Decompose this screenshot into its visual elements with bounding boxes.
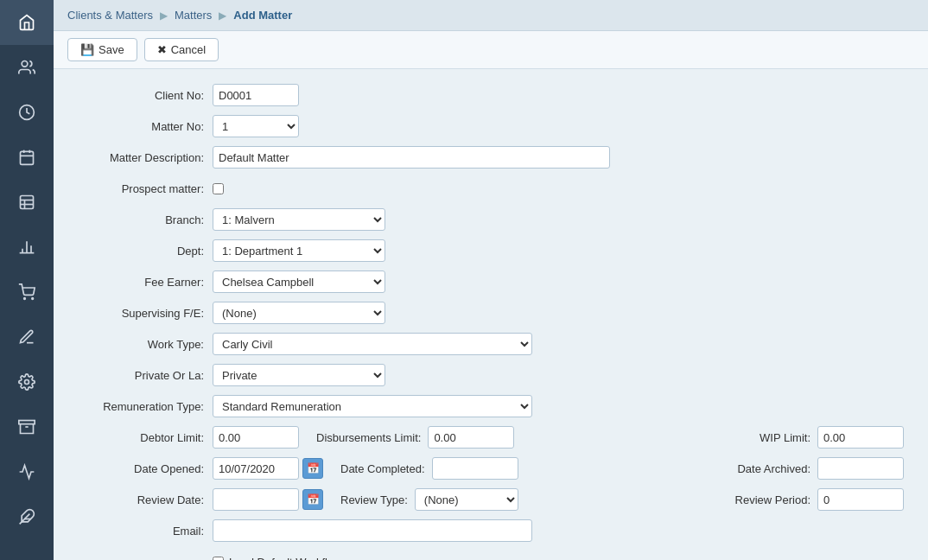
email-row: Email:	[74, 519, 907, 543]
private-or-la-select[interactable]: Private Legal Aid	[213, 364, 385, 386]
sidebar-item-calendar[interactable]	[0, 135, 54, 180]
client-no-row: Client No:	[74, 83, 907, 107]
sidebar-item-cart[interactable]	[0, 270, 54, 315]
load-workflow-row: Load Default Workflow	[74, 550, 907, 560]
client-no-input[interactable]	[213, 84, 299, 106]
load-workflow-checkbox[interactable]	[213, 557, 224, 561]
form-area: Client No: Matter No: 1 Matter Descripti…	[54, 69, 928, 560]
prospect-matter-row: Prospect matter:	[74, 176, 907, 200]
svg-rect-6	[21, 196, 34, 209]
supervising-fe-select[interactable]: (None)	[213, 302, 385, 324]
prospect-matter-label: Prospect matter:	[74, 182, 213, 195]
review-type-select[interactable]: (None) Annual	[415, 488, 518, 511]
matter-no-select[interactable]: 1	[213, 115, 299, 137]
save-icon: 💾	[80, 43, 94, 56]
main-content: Clients & Matters ▶ Matters ▶ Add Matter…	[54, 0, 928, 560]
review-date-calendar-icon[interactable]: 📅	[302, 489, 323, 510]
svg-point-0	[22, 61, 28, 67]
private-or-la-label: Private Or La:	[74, 369, 213, 382]
sidebar-item-puzzle[interactable]	[0, 494, 54, 539]
breadcrumb-matters[interactable]: Matters	[168, 9, 219, 22]
review-row: Review Date: 📅 Review Type: (None) Annua…	[74, 487, 907, 512]
sidebar-item-pen[interactable]	[0, 315, 54, 360]
load-workflow-label[interactable]: Load Default Workflow	[213, 556, 342, 561]
client-no-label: Client No:	[74, 89, 213, 102]
matter-desc-label: Matter Description:	[74, 151, 213, 164]
svg-point-16	[25, 380, 29, 385]
date-archived-label: Date Archived:	[737, 462, 817, 475]
review-date-input[interactable]	[213, 488, 299, 511]
fee-earner-row: Fee Earner: Chelsea Campbell	[74, 270, 907, 294]
dept-select[interactable]: 1: Department 1	[213, 239, 385, 262]
save-button[interactable]: 💾 Save	[67, 38, 137, 61]
debtor-limit-label: Debtor Limit:	[74, 431, 213, 444]
load-workflow-text: Load Default Workflow	[229, 556, 342, 561]
sidebar-item-home[interactable]	[0, 0, 54, 45]
date-archived-input[interactable]	[817, 457, 904, 480]
sidebar-item-document[interactable]	[0, 180, 54, 225]
sidebar-item-analytics[interactable]	[0, 449, 54, 494]
wip-limit-input[interactable]	[817, 426, 904, 449]
date-opened-calendar-icon[interactable]: 📅	[302, 458, 323, 479]
toolbar: 💾 Save ✖ Cancel	[54, 31, 928, 69]
email-input[interactable]	[213, 519, 532, 542]
prospect-matter-checkbox[interactable]	[213, 183, 224, 194]
breadcrumb-clients-matters[interactable]: Clients & Matters	[67, 9, 160, 22]
sidebar-item-chart[interactable]	[0, 225, 54, 270]
svg-point-14	[24, 298, 26, 300]
remuneration-type-row: Remuneration Type: Standard Remuneration	[74, 394, 907, 418]
sidebar-item-people[interactable]	[0, 45, 54, 90]
remuneration-type-label: Remuneration Type:	[74, 400, 213, 413]
branch-label: Branch:	[74, 213, 213, 226]
fee-earner-select[interactable]: Chelsea Campbell	[213, 270, 385, 293]
review-date-wrapper: 📅	[213, 488, 323, 511]
remuneration-type-select[interactable]: Standard Remuneration	[213, 395, 532, 417]
breadcrumb-add-matter[interactable]: Add Matter	[226, 9, 299, 22]
matter-desc-row: Matter Description:	[74, 145, 907, 169]
breadcrumb-sep-2: ▶	[219, 10, 226, 22]
email-label: Email:	[74, 525, 213, 538]
sidebar	[0, 0, 54, 560]
dept-row: Dept: 1: Department 1	[74, 239, 907, 263]
supervising-fe-label: Supervising F/E:	[74, 307, 213, 320]
svg-point-15	[32, 298, 34, 300]
debtor-limit-input[interactable]	[213, 426, 299, 449]
sidebar-item-box[interactable]	[0, 404, 54, 449]
date-opened-input[interactable]	[213, 457, 299, 480]
sidebar-item-settings[interactable]	[0, 360, 54, 404]
review-period-input[interactable]	[817, 488, 904, 511]
svg-rect-17	[19, 421, 35, 424]
matter-no-row: Matter No: 1	[74, 114, 907, 138]
date-opened-label: Date Opened:	[74, 462, 213, 475]
work-type-row: Work Type: Carly Civil	[74, 332, 907, 356]
branch-select[interactable]: 1: Malvern	[213, 208, 385, 231]
review-type-label: Review Type:	[340, 493, 415, 506]
matter-no-label: Matter No:	[74, 120, 213, 133]
sidebar-item-clock[interactable]	[0, 90, 54, 135]
date-completed-input[interactable]	[432, 457, 518, 480]
date-completed-label: Date Completed:	[340, 462, 432, 475]
disbursements-limit-label: Disbursements Limit:	[316, 431, 428, 444]
date-opened-wrapper: 📅	[213, 457, 323, 480]
cancel-button[interactable]: ✖ Cancel	[144, 38, 219, 61]
wip-limit-label: WIP Limit:	[760, 431, 817, 444]
private-or-la-row: Private Or La: Private Legal Aid	[74, 363, 907, 387]
fee-earner-label: Fee Earner:	[74, 276, 213, 289]
work-type-select[interactable]: Carly Civil	[213, 333, 532, 355]
work-type-label: Work Type:	[74, 338, 213, 351]
disbursements-limit-input[interactable]	[428, 426, 514, 449]
breadcrumb-sep-1: ▶	[160, 10, 168, 22]
dept-label: Dept:	[74, 245, 213, 258]
dates-row-1: Date Opened: 📅 Date Completed: Date Arch…	[74, 456, 907, 480]
breadcrumb: Clients & Matters ▶ Matters ▶ Add Matter	[54, 0, 928, 31]
limits-row: Debtor Limit: Disbursements Limit: WIP L…	[74, 425, 907, 449]
matter-desc-input[interactable]	[213, 146, 610, 169]
cancel-icon: ✖	[157, 43, 167, 56]
svg-rect-2	[21, 151, 34, 164]
review-date-label: Review Date:	[74, 493, 213, 506]
supervising-fe-row: Supervising F/E: (None)	[74, 301, 907, 325]
branch-row: Branch: 1: Malvern	[74, 207, 907, 232]
review-period-label: Review Period:	[735, 493, 817, 506]
